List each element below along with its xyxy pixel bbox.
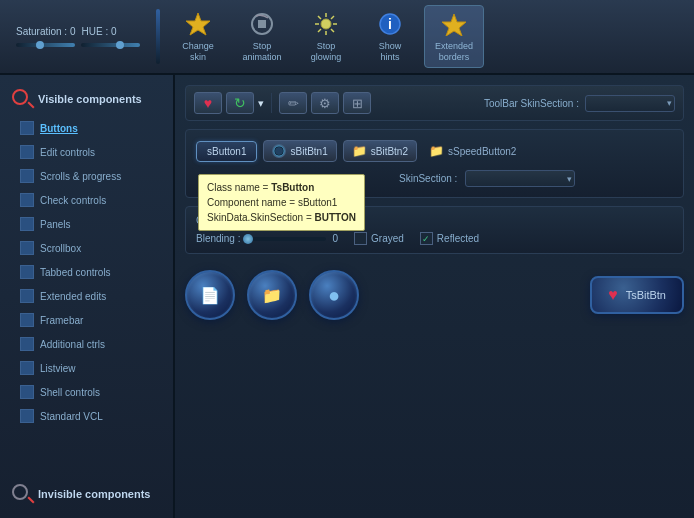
refresh-icon: ↻ [234, 95, 246, 111]
sidebar-standard-icon [20, 409, 34, 423]
extended-borders-label: Extendedborders [435, 41, 473, 63]
gear-icon: ⚙ [319, 96, 331, 111]
extended-borders-button[interactable]: Extendedborders [424, 5, 484, 68]
reflected-checkbox[interactable]: ✓ [420, 232, 433, 245]
sidebar-item-extended-edits[interactable]: Extended edits [0, 285, 173, 307]
sidebar-item-listview[interactable]: Listview [0, 357, 173, 379]
toolbar-skin-dropdown[interactable] [585, 95, 675, 112]
show-hints-button[interactable]: i Showhints [360, 6, 420, 67]
heart-button[interactable]: ♥ [194, 92, 222, 114]
content-toolbar: ♥ ↻ ▾ ✏ ⚙ ⊞ ToolBar SkinSection : [185, 85, 684, 121]
sidebar-standard-label: Standard VCL [40, 411, 103, 422]
glyphs-controls: Blending : 0 Grayed ✓ Reflected [196, 232, 673, 245]
reflected-checkbox-row: ✓ Reflected [420, 232, 479, 245]
change-skin-button[interactable]: Changeskin [168, 6, 228, 67]
sidebar-panels-icon [20, 217, 34, 231]
saturation-row: Saturation : 0 HUE : 0 [16, 26, 140, 37]
sbitbtn1-icon [272, 144, 286, 158]
stop-animation-icon [248, 10, 276, 38]
sidebar-item-shell-controls[interactable]: Shell controls [0, 381, 173, 403]
skin-section-dropdown[interactable] [465, 170, 575, 187]
visible-components-header[interactable]: Visible components [0, 83, 173, 115]
grayed-checkbox-row: Grayed [354, 232, 404, 245]
svg-line-8 [331, 29, 334, 32]
sidebar-item-scrolls[interactable]: Scrolls & progress [0, 165, 173, 187]
skin-section-label: SkinSection : [399, 173, 457, 184]
sliders-row [16, 43, 140, 47]
tsbitbtn-button[interactable]: ♥ TsBitBtn [590, 276, 684, 314]
svg-marker-0 [186, 13, 210, 35]
extended-borders-icon [440, 10, 468, 38]
sidebar-tabbed-icon [20, 265, 34, 279]
saturation-slider[interactable] [16, 43, 75, 47]
gear-button[interactable]: ⚙ [311, 92, 339, 114]
sbutton1-button[interactable]: sButton1 [196, 141, 257, 162]
sidebar: Visible components Buttons Edit controls… [0, 75, 175, 518]
stop-animation-button[interactable]: Stopanimation [232, 6, 292, 67]
stop-glowing-button[interactable]: Stopglowing [296, 6, 356, 67]
sbitbtn2-button[interactable]: 📁 sBitBtn2 [343, 140, 417, 162]
blending-slider[interactable] [246, 237, 326, 241]
content-toolbar-left: ♥ ↻ ▾ ✏ ⚙ ⊞ [194, 92, 371, 114]
sidebar-item-edit-controls[interactable]: Edit controls [0, 141, 173, 163]
dropdown-arrow-small: ▾ [258, 97, 264, 110]
svg-line-10 [318, 29, 321, 32]
preview-folder-button[interactable]: 📁 [247, 270, 297, 320]
preview-doc-button[interactable]: 📄 [185, 270, 235, 320]
sidebar-item-framebar[interactable]: Framebar [0, 309, 173, 331]
toolbar-skin-dropdown-wrapper: ▾ [585, 95, 675, 112]
reflected-label: Reflected [437, 233, 479, 244]
tooltip-line3: SkinData.SkinSection = BUTTON [207, 210, 356, 225]
svg-line-9 [331, 16, 334, 19]
sidebar-listview-label: Listview [40, 363, 76, 374]
edit-icon: ✏ [288, 96, 299, 111]
blending-value: 0 [332, 233, 338, 244]
sidebar-item-panels[interactable]: Panels [0, 213, 173, 235]
pages-button[interactable]: ⊞ [343, 92, 371, 114]
sidebar-additional-label: Additional ctrls [40, 339, 105, 350]
stop-glowing-icon [312, 10, 340, 38]
sidebar-listview-icon [20, 361, 34, 375]
refresh-button[interactable]: ↻ [226, 92, 254, 114]
sidebar-item-tabbed-controls[interactable]: Tabbed controls [0, 261, 173, 283]
preview-row: 📄 📁 ● ♥ TsBitBtn [185, 262, 684, 324]
grayed-checkbox[interactable] [354, 232, 367, 245]
pages-icon: ⊞ [352, 96, 363, 111]
sidebar-framebar-icon [20, 313, 34, 327]
sidebar-item-additional-ctrls[interactable]: Additional ctrls [0, 333, 173, 355]
top-bar: Saturation : 0 HUE : 0 Changeskin [0, 0, 694, 75]
heart-icon: ♥ [204, 95, 212, 111]
invisible-components-label: Invisible components [38, 488, 150, 500]
preview-circle-button[interactable]: ● [309, 270, 359, 320]
sidebar-buttons-label: Buttons [40, 123, 78, 134]
sbitbtn1-button[interactable]: sBitBtn1 [263, 140, 336, 162]
toolbar-skin-section: ToolBar SkinSection : ▾ [484, 95, 675, 112]
circle-icon: ● [328, 284, 340, 307]
svg-marker-13 [442, 14, 466, 36]
sidebar-buttons-icon [20, 121, 34, 135]
sat-hue-panel: Saturation : 0 HUE : 0 [8, 22, 148, 51]
tsbitbtn-label: TsBitBtn [626, 289, 666, 301]
grayed-label: Grayed [371, 233, 404, 244]
show-hints-label: Showhints [379, 41, 402, 63]
svg-line-7 [318, 16, 321, 19]
sidebar-item-buttons[interactable]: Buttons [0, 117, 173, 139]
sspeedbutton2-label: sSpeedButton2 [448, 146, 516, 157]
sspeedbutton2-button[interactable]: 📁 sSpeedButton2 [423, 141, 522, 161]
main-layout: Visible components Buttons Edit controls… [0, 75, 694, 518]
edit-button[interactable]: ✏ [279, 92, 307, 114]
change-skin-icon [184, 10, 212, 38]
stop-animation-label: Stopanimation [242, 41, 281, 63]
sidebar-scrollbox-label: Scrollbox [40, 243, 81, 254]
sidebar-scrollbox-icon [20, 241, 34, 255]
tooltip-skindata-label: SkinData.SkinSection = [207, 212, 315, 223]
sidebar-item-check-controls[interactable]: Check controls [0, 189, 173, 211]
sidebar-item-scrollbox[interactable]: Scrollbox [0, 237, 173, 259]
tooltip-skindata-value: BUTTON [315, 212, 356, 223]
invisible-components-header[interactable]: Invisible components [0, 478, 173, 510]
hue-slider[interactable] [81, 43, 140, 47]
sidebar-extended-edits-label: Extended edits [40, 291, 106, 302]
sidebar-scrolls-label: Scrolls & progress [40, 171, 121, 182]
sidebar-item-standard-vcl[interactable]: Standard VCL [0, 405, 173, 427]
sidebar-framebar-label: Framebar [40, 315, 83, 326]
